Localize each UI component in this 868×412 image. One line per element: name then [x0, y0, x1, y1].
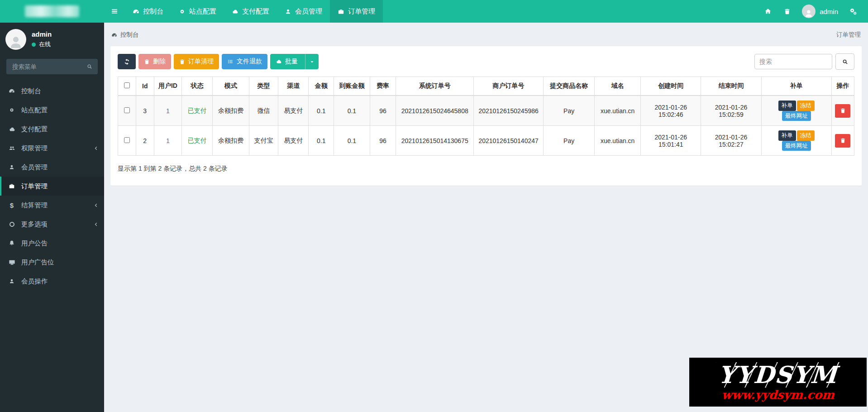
trash-icon: [784, 8, 791, 15]
top-navbar: 控制台 站点配置 支付配置 会员管理 订单管理: [0, 0, 868, 23]
settings-button[interactable]: [844, 0, 863, 23]
user-name: admin: [820, 8, 838, 15]
angle-left-icon: [93, 145, 99, 151]
file-refund-button[interactable]: 文件退款: [222, 54, 267, 69]
cell-created-at: 2021-01-26 15:02:46: [641, 96, 701, 126]
col-user-id: 用户ID: [154, 77, 182, 96]
user-menu[interactable]: admin: [796, 0, 844, 23]
page-title: 订单管理: [836, 31, 861, 39]
user-icon: [285, 8, 291, 15]
search-icon[interactable]: [86, 63, 93, 70]
col-id: Id: [136, 77, 154, 96]
sidebar-menu: 控制台 站点配置 支付配置 权限管理 会员: [0, 81, 104, 291]
sidebar-user-panel: admin 在线: [0, 23, 104, 55]
sidebar-item-site-config[interactable]: 站点配置: [0, 101, 104, 120]
table-search: [754, 53, 854, 70]
briefcase-icon: [338, 8, 344, 15]
sidebar-item-pay-config[interactable]: 支付配置: [0, 120, 104, 139]
trash-icon: [840, 108, 846, 114]
refresh-button[interactable]: [118, 54, 136, 69]
nav-item-label: 站点配置: [189, 7, 216, 16]
row-checkbox[interactable]: [124, 137, 130, 143]
nav-item-pay-config[interactable]: 支付配置: [224, 0, 277, 23]
cell-actions: [831, 96, 854, 126]
final-url-button[interactable]: 最终网址: [782, 111, 811, 121]
sidebar-item-label: 结算管理: [21, 201, 48, 210]
freeze-button[interactable]: 冻结: [797, 130, 815, 141]
sidebar-item-members[interactable]: 会员管理: [0, 158, 104, 177]
users-group-icon: [7, 145, 16, 152]
supplement-button[interactable]: 补单: [778, 101, 796, 111]
cell-ended-at: 2021-01-26 15:02:27: [701, 126, 761, 156]
navbar-right: admin: [758, 0, 868, 23]
search-button[interactable]: [835, 53, 854, 70]
nav-item-members[interactable]: 会员管理: [277, 0, 330, 23]
col-rate: 费率: [370, 77, 396, 96]
sidebar-item-label: 控制台: [21, 87, 41, 96]
home-button[interactable]: [758, 0, 777, 23]
orders-table-wrap: Id 用户ID 状态 模式 类型 渠道 金额 到账金额 费率 系统订单号 商户订…: [118, 77, 854, 156]
col-ended-at: 结束时间: [701, 77, 761, 96]
row-delete-button[interactable]: [835, 134, 850, 148]
sidebar-item-more-options[interactable]: 更多选项: [0, 215, 104, 234]
cell-received: 0.1: [334, 126, 370, 156]
cell-user-id: 1: [154, 126, 182, 156]
clear-cache-button[interactable]: [777, 0, 796, 23]
nav-item-label: 控制台: [143, 7, 163, 16]
table-body: 3 1 已支付 余额扣费 微信 易支付 0.1 0.1 96 202101261…: [118, 96, 854, 156]
order-clean-button-label: 订单清理: [188, 57, 214, 66]
breadcrumb[interactable]: 控制台: [111, 31, 139, 39]
sidebar-search-input[interactable]: [6, 59, 98, 74]
row-delete-button[interactable]: [835, 104, 850, 118]
user-id-link[interactable]: 1: [166, 137, 170, 144]
row-checkbox[interactable]: [124, 107, 130, 113]
tachometer-icon: [111, 32, 117, 38]
sidebar-item-permissions[interactable]: 权限管理: [0, 139, 104, 158]
sidebar-toggle-button[interactable]: [104, 0, 125, 23]
user-meta: admin 在线: [32, 30, 52, 48]
hamburger-icon: [111, 8, 118, 15]
avatar: [802, 5, 816, 18]
supplement-button[interactable]: 补单: [778, 130, 796, 141]
cell-actions: [831, 126, 854, 156]
table-header: Id 用户ID 状态 模式 类型 渠道 金额 到账金额 费率 系统订单号 商户订…: [118, 77, 854, 96]
bell-icon: [7, 240, 16, 246]
sidebar-item-user-ads[interactable]: 用户广告位: [0, 253, 104, 272]
user-id-link[interactable]: 1: [166, 107, 170, 115]
sidebar-item-orders[interactable]: 订单管理: [0, 177, 104, 196]
dollar-icon: $: [7, 201, 16, 209]
cell-status: 已支付: [182, 96, 213, 126]
list-icon: [227, 58, 234, 65]
nav-item-site-config[interactable]: 站点配置: [171, 0, 224, 23]
cell-amount: 0.1: [309, 126, 334, 156]
order-clean-button[interactable]: 订单清理: [174, 54, 219, 69]
batch-dropdown-button[interactable]: 批量: [270, 54, 319, 69]
sidebar-item-user-notice[interactable]: 用户公告: [0, 234, 104, 253]
nav-item-dashboard[interactable]: 控制台: [125, 0, 171, 23]
caret-down-icon[interactable]: [305, 54, 319, 69]
freeze-button[interactable]: 冻结: [797, 101, 815, 111]
col-created-at: 创建时间: [641, 77, 701, 96]
sidebar-item-dashboard[interactable]: 控制台: [0, 81, 104, 101]
cell-sys-order-no: 2021012615014130675: [396, 126, 474, 156]
col-domain: 域名: [595, 77, 641, 96]
brand-logo[interactable]: [0, 0, 104, 23]
sidebar-item-settlement[interactable]: $ 结算管理: [0, 196, 104, 215]
user-name: admin: [32, 30, 52, 38]
nav-item-orders[interactable]: 订单管理: [330, 0, 383, 23]
delete-button[interactable]: 删除: [138, 54, 171, 69]
cell-sys-order-no: 2021012615024645808: [396, 96, 474, 126]
sidebar-item-label: 权限管理: [21, 144, 48, 153]
sidebar-item-member-ops[interactable]: 会员操作: [0, 272, 104, 291]
sidebar-item-label: 订单管理: [21, 182, 48, 191]
table-search-input[interactable]: [754, 54, 832, 69]
sidebar-search: [6, 59, 98, 74]
nav-item-label: 订单管理: [348, 7, 375, 16]
select-all-checkbox[interactable]: [124, 82, 130, 88]
col-received: 到账金额: [334, 77, 370, 96]
avatar: [5, 29, 26, 50]
orders-table: Id 用户ID 状态 模式 类型 渠道 金额 到账金额 费率 系统订单号 商户订…: [118, 77, 854, 156]
user-icon: [7, 164, 16, 170]
cloud-icon: [7, 126, 16, 133]
final-url-button[interactable]: 最终网址: [782, 141, 811, 151]
